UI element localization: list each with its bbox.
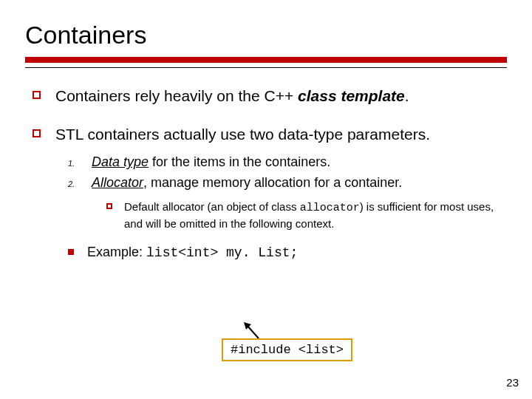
- page-number: 23: [506, 376, 519, 389]
- bullet-1-text-b: .: [405, 87, 409, 104]
- numbered-item-1: 1. Data type for the items in the contai…: [68, 153, 507, 171]
- numbered-item-2: 2. Allocator, manage memory allocation f…: [68, 174, 507, 192]
- slide-title: Containers: [25, 21, 507, 50]
- arrow-icon: [244, 322, 262, 340]
- title-red-bar: [25, 57, 507, 63]
- bullet-1-text-a: Containers rely heavily on the C++: [55, 87, 298, 104]
- bullet-2-text: STL containers actually use two data-typ…: [55, 124, 430, 145]
- example-code: list<int> my. List;: [146, 245, 298, 260]
- example-label: Example:: [87, 245, 146, 259]
- square-bullet-icon: [33, 129, 41, 137]
- item-2-rest: , manage memory allocation for a contain…: [143, 175, 402, 190]
- item-number: 1.: [68, 153, 78, 171]
- bullet-1: Containers rely heavily on the C++ class…: [33, 86, 507, 106]
- item-1-rest: for the items in the containers.: [149, 154, 330, 169]
- square-bullet-icon: [106, 203, 112, 209]
- subnote-p1: Default allocator (an object of class: [124, 200, 300, 213]
- item-number: 2.: [68, 174, 78, 192]
- include-callout: #include <list>: [222, 338, 352, 361]
- title-thin-line: [25, 67, 507, 68]
- filled-square-bullet-icon: [68, 249, 74, 255]
- item-2-lead: Allocator: [92, 175, 143, 190]
- square-bullet-icon: [33, 91, 41, 99]
- svg-line-0: [247, 325, 259, 338]
- sub-note: Default allocator (an object of class al…: [106, 200, 507, 231]
- subnote-code: allocator: [300, 202, 360, 214]
- numbered-list: 1. Data type for the items in the contai…: [68, 153, 507, 191]
- bullet-1-emph: class template: [298, 87, 405, 104]
- example-line: Example: list<int> my. List;: [68, 245, 507, 260]
- bullet-2: STL containers actually use two data-typ…: [33, 124, 507, 145]
- item-1-lead: Data type: [92, 154, 149, 169]
